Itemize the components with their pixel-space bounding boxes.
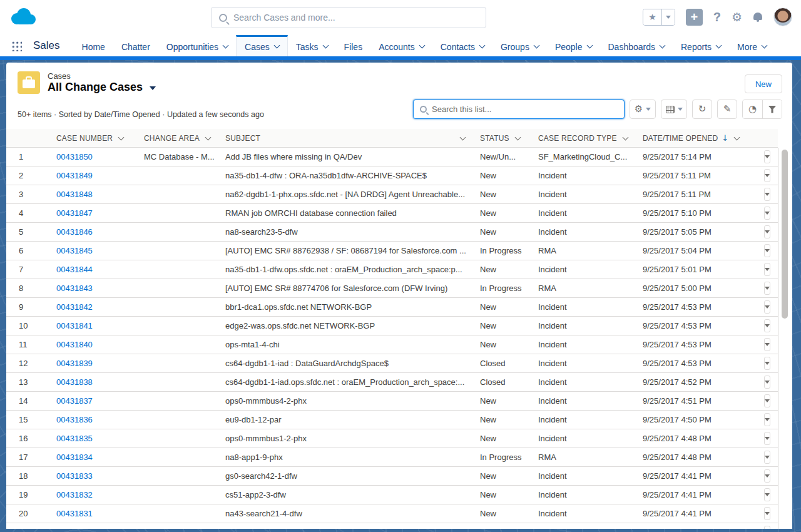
nav-tab-tasks[interactable]: Tasks [288,35,336,56]
case-number-link[interactable]: 00431841 [56,321,93,330]
case-number-link[interactable]: 00431845 [56,246,93,255]
nav-tab-people[interactable]: People [547,35,600,56]
nav-tab-opportunities[interactable]: Opportunities [158,35,236,56]
nav-tab-more[interactable]: More [729,35,775,56]
cell-case-number: 00431837 [49,392,136,410]
favorites-star-button[interactable]: ★ [643,9,661,25]
row-actions-button[interactable] [764,338,770,351]
cell-change-area [136,298,218,316]
row-actions-button[interactable] [764,394,770,407]
row-actions-button[interactable] [764,357,770,370]
list-search-input[interactable] [432,105,618,114]
row-actions-button[interactable] [764,282,770,295]
list-view-controls-button[interactable]: ⚙ [630,100,656,119]
chevron-down-icon[interactable] [622,134,628,140]
column-header-case-number[interactable]: CASE NUMBER [49,129,136,147]
user-avatar[interactable] [773,8,792,26]
charts-button[interactable]: ◔ [743,100,762,118]
row-actions-button[interactable] [764,169,770,182]
row-actions-button[interactable] [764,507,770,520]
cell-status: New [472,335,531,354]
list-toolbar: ⚙ ↻ ✎ ◔ [413,100,782,119]
vertical-scrollbar[interactable] [778,148,792,529]
nav-tab-accounts[interactable]: Accounts [370,35,432,56]
new-button[interactable]: New [745,74,782,93]
cell-row-number: 15 [6,411,49,429]
global-search[interactable] [211,7,486,28]
case-number-link[interactable]: 00431836 [56,415,93,424]
column-header-rownum [6,129,49,147]
case-number-link[interactable]: 00431847 [56,208,93,218]
global-search-input[interactable] [233,13,478,23]
scrollbar-thumb[interactable] [782,150,788,319]
row-actions-button[interactable] [764,469,770,483]
display-as-button[interactable] [661,100,687,119]
nav-tab-reports[interactable]: Reports [673,35,729,56]
row-actions-button[interactable] [764,432,770,445]
row-actions-button[interactable] [764,413,770,426]
filter-button[interactable] [762,100,782,118]
chevron-down-icon[interactable] [460,134,466,140]
case-number-link[interactable]: 00431830 [56,528,93,529]
case-number-link[interactable]: 00431833 [56,471,93,481]
chevron-down-icon[interactable] [514,134,521,140]
row-actions-button[interactable] [764,488,770,501]
case-number-link[interactable]: 00431844 [56,265,93,274]
case-number-link[interactable]: 00431834 [56,453,93,462]
case-number-link[interactable]: 00431842 [56,302,93,312]
setup-button[interactable]: ⚙ [732,10,742,24]
case-number-link[interactable]: 00431840 [56,340,93,349]
favorites-dropdown-button[interactable] [661,9,675,25]
notifications-button[interactable] [753,13,763,21]
case-number-link[interactable]: 00431835 [56,434,93,443]
row-actions-button[interactable] [764,244,770,257]
case-number-link[interactable]: 00431838 [56,377,93,387]
cell-status: Closed [472,373,531,391]
row-actions-button[interactable] [764,188,770,201]
chevron-down-icon [479,43,486,49]
nav-tab-cases[interactable]: Cases [236,35,288,56]
nav-tab-groups[interactable]: Groups [492,35,547,56]
case-number-link[interactable]: 00431843 [56,284,93,293]
list-search[interactable] [413,100,625,119]
column-header-subject[interactable]: SUBJECT [218,129,472,147]
case-number-link[interactable]: 00431839 [56,359,93,368]
help-button[interactable]: ? [713,10,721,24]
row-actions-button[interactable] [764,263,770,276]
nav-tab-chatter[interactable]: Chatter [113,35,158,56]
case-number-link[interactable]: 00431846 [56,227,93,237]
chevron-down-icon [761,43,767,49]
row-actions-button[interactable] [764,451,770,464]
case-number-link[interactable]: 00431850 [56,152,93,161]
column-header-date-time-opened[interactable]: DATE/TIME OPENED ↓ [635,129,751,147]
app-launcher-waffle-icon[interactable] [11,41,22,51]
nav-tab-contacts[interactable]: Contacts [432,35,492,56]
row-actions-button[interactable] [764,376,770,389]
row-actions-button[interactable] [764,526,770,529]
chevron-down-icon [765,399,770,402]
case-number-link[interactable]: 00431849 [56,171,93,180]
chevron-down-icon[interactable] [205,134,211,140]
row-actions-button[interactable] [764,319,770,332]
case-number-link[interactable]: 00431831 [56,509,93,518]
nav-tab-dashboards[interactable]: Dashboards [600,35,673,56]
column-header-change-area[interactable]: CHANGE AREA [136,129,218,147]
refresh-button[interactable]: ↻ [692,100,712,119]
column-header-case-record-type[interactable]: CASE RECORD TYPE [531,129,635,147]
row-actions-button[interactable] [764,225,770,238]
row-actions-button[interactable] [764,150,770,163]
list-meta-text: 50+ items · Sorted by Date/Time Opened ·… [18,110,264,119]
nav-tab-files[interactable]: Files [336,35,371,56]
row-actions-button[interactable] [764,207,770,220]
chevron-down-icon[interactable] [734,134,740,140]
case-number-link[interactable]: 00431832 [56,490,93,499]
case-number-link[interactable]: 00431837 [56,396,93,406]
case-number-link[interactable]: 00431848 [56,190,93,199]
global-actions-button[interactable]: + [686,9,703,26]
list-view-title[interactable]: All Change Cases [48,81,156,94]
inline-edit-button[interactable]: ✎ [717,100,737,119]
column-header-status[interactable]: STATUS [472,129,531,147]
nav-tab-home[interactable]: Home [74,35,113,56]
chevron-down-icon[interactable] [118,134,125,140]
row-actions-button[interactable] [764,300,770,314]
